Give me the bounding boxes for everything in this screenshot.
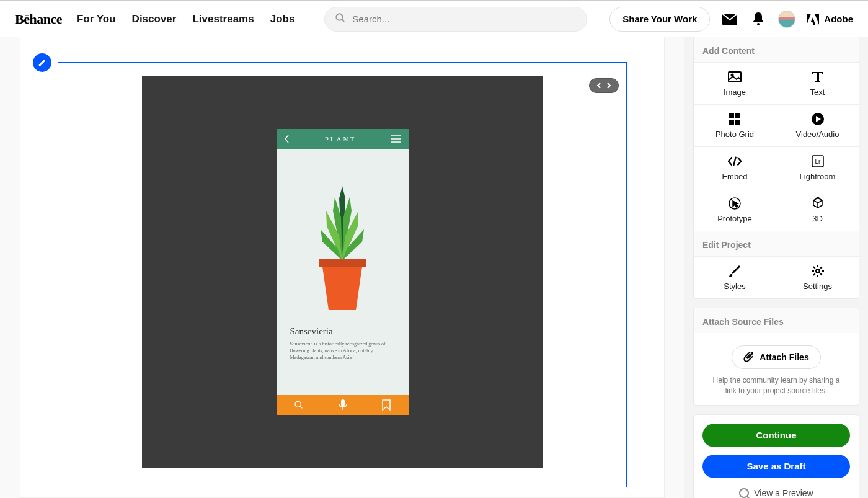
arrow-left-icon — [596, 82, 603, 89]
hamburger-icon — [391, 135, 401, 143]
nav-for-you[interactable]: For You — [77, 13, 116, 25]
search-field[interactable] — [324, 7, 587, 32]
phone-title: PLANT — [290, 135, 391, 143]
svg-line-19 — [733, 157, 736, 166]
tile-styles[interactable]: Styles — [694, 256, 776, 298]
svg-rect-28 — [820, 266, 822, 269]
nav-links: For You Discover Livestreams Jobs — [77, 13, 294, 25]
arrow-right-icon — [605, 82, 611, 89]
adobe-link[interactable]: Adobe — [807, 14, 853, 25]
brush-icon — [728, 264, 742, 278]
tile-text[interactable]: Text — [776, 62, 859, 104]
add-content-panel: Add Content Image Text Photo Grid Video/… — [693, 37, 859, 299]
actions-panel: Continue Save as Draft View a Preview — [693, 414, 859, 498]
behance-logo[interactable]: Bēhance — [15, 11, 62, 27]
top-nav: Bēhance For You Discover Livestreams Job… — [0, 0, 868, 37]
text-icon — [811, 70, 825, 84]
avatar[interactable] — [778, 11, 795, 28]
magnifier-icon — [739, 488, 749, 498]
svg-line-9 — [300, 406, 302, 408]
nav-livestreams[interactable]: Livestreams — [192, 13, 254, 25]
tile-lightroom[interactable]: Lr Lightroom — [776, 146, 859, 189]
svg-rect-7 — [319, 259, 366, 267]
adobe-icon — [807, 14, 819, 25]
plant-heading: Sansevieria — [290, 326, 395, 337]
plant-illustration — [305, 180, 379, 316]
play-icon — [811, 112, 825, 126]
svg-rect-15 — [735, 113, 740, 118]
3d-icon — [811, 197, 825, 210]
svg-rect-31 — [820, 273, 822, 276]
svg-line-1 — [342, 19, 345, 22]
svg-rect-25 — [817, 275, 818, 277]
phone-mockup: PLANT — [277, 129, 409, 415]
svg-rect-10 — [341, 399, 345, 406]
code-icon — [728, 154, 742, 168]
view-preview-link[interactable]: View a Preview — [702, 486, 850, 498]
search-icon — [294, 400, 304, 410]
lr-icon: Lr — [811, 154, 825, 168]
phone-tabbar — [277, 395, 409, 415]
tile-settings[interactable]: Settings — [776, 256, 859, 298]
svg-rect-27 — [822, 270, 824, 272]
bookmark-icon — [382, 399, 391, 411]
svg-point-8 — [295, 401, 301, 407]
continue-button[interactable]: Continue — [702, 424, 850, 447]
mic-icon — [339, 399, 347, 411]
main-area: PLANT — [0, 37, 868, 498]
search-icon — [335, 12, 346, 26]
svg-rect-30 — [813, 266, 815, 269]
nav-discover[interactable]: Discover — [132, 13, 177, 25]
attach-heading: Attach Source Files — [694, 308, 859, 333]
svg-rect-12 — [728, 72, 741, 82]
svg-point-0 — [337, 14, 343, 20]
image-icon — [728, 70, 742, 84]
svg-rect-17 — [735, 120, 740, 125]
edit-block-button[interactable] — [33, 53, 51, 72]
save-draft-button[interactable]: Save as Draft — [702, 455, 850, 478]
search-input[interactable] — [352, 14, 577, 24]
svg-point-3 — [757, 23, 760, 25]
add-content-heading: Add Content — [694, 37, 859, 62]
attach-files-button[interactable]: Attach Files — [732, 345, 820, 369]
grid-icon — [728, 112, 742, 126]
svg-rect-14 — [729, 113, 734, 118]
paperclip-icon — [743, 352, 755, 363]
nav-jobs[interactable]: Jobs — [270, 13, 295, 25]
phone-header: PLANT — [277, 129, 409, 149]
bell-icon[interactable] — [750, 11, 767, 28]
svg-rect-26 — [812, 270, 814, 272]
svg-text:Lr: Lr — [815, 158, 821, 165]
tile-photo-grid[interactable]: Photo Grid — [694, 104, 776, 146]
right-sidebar: Add Content Image Text Photo Grid Video/… — [684, 37, 868, 498]
attach-help-text: Help the community learn by sharing a li… — [702, 375, 850, 396]
svg-rect-24 — [817, 265, 818, 267]
plant-description: Sansevieria is a historically recognized… — [290, 340, 395, 362]
gear-icon — [811, 264, 825, 278]
share-your-work-button[interactable]: Share Your Work — [609, 7, 710, 32]
mail-icon[interactable] — [721, 11, 738, 28]
tile-prototype[interactable]: Prototype — [694, 189, 776, 231]
tile-3d[interactable]: 3D — [776, 189, 859, 231]
svg-rect-16 — [729, 120, 734, 125]
uploaded-image: PLANT — [142, 76, 542, 468]
tile-image[interactable]: Image — [694, 62, 776, 104]
project-canvas: PLANT — [20, 37, 665, 498]
tile-video-audio[interactable]: Video/Audio — [776, 104, 859, 146]
canvas-area: PLANT — [0, 37, 684, 498]
attach-files-panel: Attach Source Files Attach Files Help th… — [693, 308, 859, 406]
edit-project-heading: Edit Project — [694, 231, 859, 256]
pencil-icon — [38, 58, 46, 67]
resize-handle[interactable] — [589, 78, 619, 93]
chevron-left-icon — [284, 135, 290, 143]
tile-embed[interactable]: Embed — [694, 146, 776, 189]
svg-rect-29 — [813, 273, 815, 276]
cursor-icon — [728, 197, 742, 210]
phone-body: Sansevieria Sansevieria is a historicall… — [277, 149, 409, 395]
selected-content-block[interactable]: PLANT — [58, 62, 627, 487]
